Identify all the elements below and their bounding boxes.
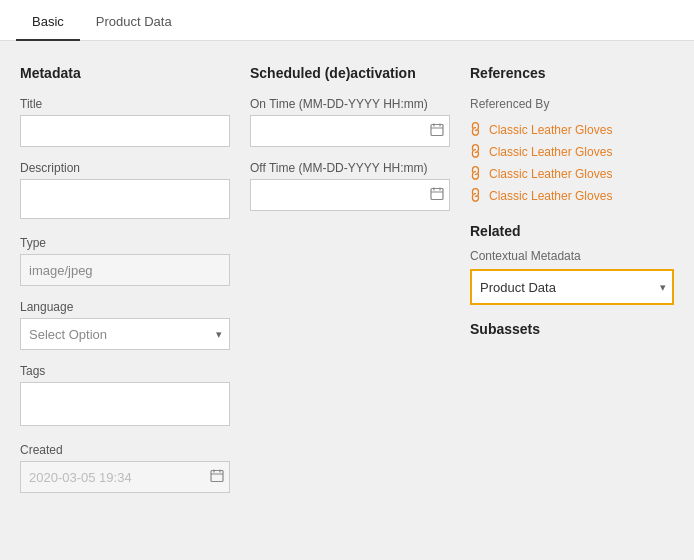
language-select-wrapper: Select Option ▾ <box>20 318 230 350</box>
off-time-calendar-icon[interactable] <box>430 187 444 204</box>
references-title: References <box>470 65 674 81</box>
ref-item-text: Classic Leather Gloves <box>489 123 612 137</box>
svg-rect-0 <box>211 471 223 482</box>
tab-basic[interactable]: Basic <box>16 0 80 41</box>
type-field-group: Type <box>20 236 230 286</box>
contextual-label: Contextual Metadata <box>470 249 674 263</box>
references-column: References Referenced By Classic Leather… <box>470 65 674 507</box>
on-time-field-group: On Time (MM-DD-YYYY HH:mm) <box>250 97 450 147</box>
tab-product-data[interactable]: Product Data <box>80 0 188 41</box>
contextual-select-wrapper: Product Data Basic ▾ <box>470 269 674 305</box>
link-icon <box>466 142 487 163</box>
on-time-input[interactable] <box>250 115 450 147</box>
on-time-wrapper <box>250 115 450 147</box>
link-icon <box>466 186 487 207</box>
metadata-column: Metadata Title Description Type Language <box>20 65 230 507</box>
off-time-wrapper <box>250 179 450 211</box>
svg-rect-8 <box>431 189 443 200</box>
language-label: Language <box>20 300 230 314</box>
link-icon <box>466 120 487 141</box>
description-label: Description <box>20 161 230 175</box>
tab-bar: Basic Product Data <box>0 0 694 41</box>
created-calendar-icon[interactable] <box>210 469 224 486</box>
ref-item-text: Classic Leather Gloves <box>489 145 612 159</box>
scheduled-title: Scheduled (de)activation <box>250 65 450 81</box>
list-item[interactable]: Classic Leather Gloves <box>470 141 674 163</box>
tags-label: Tags <box>20 364 230 378</box>
reference-list: Classic Leather Gloves Classic Leather G… <box>470 119 674 207</box>
tags-field-group: Tags <box>20 364 230 429</box>
created-field-group: Created <box>20 443 230 493</box>
created-input <box>20 461 230 493</box>
scheduled-column: Scheduled (de)activation On Time (MM-DD-… <box>250 65 450 507</box>
title-field-group: Title <box>20 97 230 147</box>
main-content: Metadata Title Description Type Language <box>0 41 694 531</box>
title-label: Title <box>20 97 230 111</box>
on-time-calendar-icon[interactable] <box>430 123 444 140</box>
ref-item-text: Classic Leather Gloves <box>489 167 612 181</box>
type-label: Type <box>20 236 230 250</box>
language-field-group: Language Select Option ▾ <box>20 300 230 350</box>
off-time-input[interactable] <box>250 179 450 211</box>
title-input[interactable] <box>20 115 230 147</box>
contextual-metadata-select[interactable]: Product Data Basic <box>470 269 674 305</box>
subassets-title: Subassets <box>470 321 674 337</box>
related-title: Related <box>470 223 674 239</box>
svg-rect-4 <box>431 125 443 136</box>
type-input <box>20 254 230 286</box>
list-item[interactable]: Classic Leather Gloves <box>470 163 674 185</box>
ref-item-text: Classic Leather Gloves <box>489 189 612 203</box>
link-icon <box>466 164 487 185</box>
list-item[interactable]: Classic Leather Gloves <box>470 185 674 207</box>
description-input[interactable] <box>20 179 230 219</box>
off-time-label: Off Time (MM-DD-YYYY HH:mm) <box>250 161 450 175</box>
main-container: Basic Product Data Metadata Title Descri… <box>0 0 694 560</box>
list-item[interactable]: Classic Leather Gloves <box>470 119 674 141</box>
referenced-by-label: Referenced By <box>470 97 674 111</box>
on-time-label: On Time (MM-DD-YYYY HH:mm) <box>250 97 450 111</box>
tags-input[interactable] <box>20 382 230 426</box>
description-field-group: Description <box>20 161 230 222</box>
off-time-field-group: Off Time (MM-DD-YYYY HH:mm) <box>250 161 450 211</box>
metadata-title: Metadata <box>20 65 230 81</box>
created-date-wrapper <box>20 461 230 493</box>
language-select[interactable]: Select Option <box>20 318 230 350</box>
created-label: Created <box>20 443 230 457</box>
